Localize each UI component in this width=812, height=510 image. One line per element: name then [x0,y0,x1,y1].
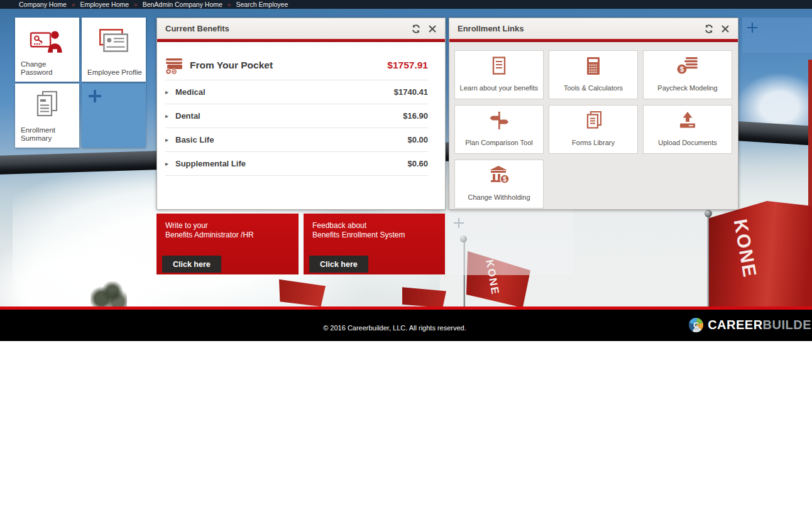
tile-label: Change Password [21,60,77,77]
panel-header: Current Benefits [157,18,445,39]
benefit-amount: $1740.41 [394,87,428,97]
link-change-withholding[interactable]: $ Change Withholding [454,160,544,209]
banner-line1: Feedback about [312,221,405,231]
refresh-icon[interactable] [703,23,714,34]
from-your-pocket-amount: $1757.91 [387,60,428,71]
tile-employee-profile[interactable]: Employee Proflie [82,18,146,82]
plus-icon [89,90,101,102]
link-label: Paycheck Modeling [655,84,720,92]
add-widget-icon[interactable] [454,218,464,228]
from-your-pocket-label: From Your Pocket [190,60,387,71]
benefit-row-basic-life[interactable]: ▸ Basic Life $0.00 [165,128,428,152]
link-learn-about-benefits[interactable]: Learn about your benefits [454,50,544,99]
link-label: Learn about your benefits [458,84,541,92]
nav-benadmin-company-home[interactable]: BenAdmin Company Home [143,1,222,8]
logo-letter: C [693,320,699,330]
banner-line2: Benefits Enrollment System [312,231,405,240]
benefit-row-dental[interactable]: ▸ Dental $16.90 [165,104,428,128]
banner-text: Write to your Benefits Administrator /HR [165,221,254,240]
panel-title: Current Benefits [165,24,405,33]
tile-label: Enrollment Summary [21,126,77,143]
link-plan-comparison-tool[interactable]: Plan Comparison Tool [454,105,544,154]
benefit-amount: $0.00 [407,135,428,144]
benefit-amount: $16.90 [403,111,428,121]
write-to-hr-click-here-button[interactable]: Click here [162,256,221,273]
expand-arrow-icon[interactable]: ▸ [165,136,175,143]
tile-add-widget[interactable] [82,84,146,148]
wordmark-builder: BUILDER [763,318,812,332]
page: KONE KONE Company Home » Employee Home »… [0,0,812,510]
widget-drop-zone [447,210,573,275]
write-to-hr-banner: Write to your Benefits Administrator /HR… [156,214,299,274]
link-label: Forms Library [569,139,617,146]
current-benefits-panel: Current Benefits [156,18,446,210]
nav-company-home[interactable]: Company Home [19,1,67,8]
benefit-name: Medical [175,87,394,97]
kone-flag: KONE [709,201,812,308]
svg-text:$: $ [680,65,684,73]
feedback-click-here-button[interactable]: Click here [309,256,368,273]
link-forms-library[interactable]: Forms Library [549,105,638,154]
banner-line1: Write to your [165,221,254,231]
breadcrumb: Company Home » Employee Home » BenAdmin … [0,0,812,9]
benefit-amount: $0.60 [407,159,428,168]
banner-line2: Benefits Administrator /HR [165,231,254,240]
document-icon [488,57,510,75]
feedback-banner: Feedback about Benefits Enrollment Syste… [304,214,445,274]
change-password-icon [15,28,79,54]
benefit-name: Basic Life [175,135,407,144]
link-upload-documents[interactable]: Upload Documents [643,105,732,154]
nav-search-employee[interactable]: Search Employee [236,1,288,8]
careerbuilder-wordmark: CAREERBUILDER [708,318,812,332]
expand-arrow-icon[interactable]: ▸ [165,112,175,119]
nav-employee-home[interactable]: Employee Home [80,1,129,8]
add-widget-icon[interactable] [747,23,757,33]
panel-title: Enrollment Links [458,24,698,33]
benefit-row-supplemental-life[interactable]: ▸ Supplemental Life $0.60 [165,152,428,176]
refresh-icon[interactable] [410,23,421,34]
breadcrumb-separator: » [228,1,231,8]
banner-text: Feedback about Benefits Enrollment Syste… [312,221,405,240]
wordmark-career: CAREER [708,318,762,332]
link-paycheck-modeling[interactable]: $ Paycheck Modeling [643,50,732,99]
panel-accent-bar [449,39,738,42]
bank-coin-icon: $ [488,166,510,185]
money-coin-icon: $ [676,57,699,75]
benefit-row-medical[interactable]: ▸ Medical $1740.41 [165,80,428,104]
tile-change-password[interactable]: Change Password [15,18,79,82]
careerbuilder-logo-mark-icon: C [689,318,703,332]
forms-icon [582,111,605,130]
breadcrumb-separator: » [134,1,138,8]
flagpole-finial [705,210,712,217]
enrollment-summary-icon [15,90,79,120]
footer: © 2016 Careerbuilder, LLC. All rights re… [0,310,812,341]
careerbuilder-logo: C CAREERBUILDER [689,318,812,332]
window-beam [736,121,812,146]
benefit-name: Dental [175,111,403,121]
tile-label: Employee Proflie [87,68,143,77]
link-tools-calculators[interactable]: Tools & Calculators [549,50,638,99]
benefit-name: Supplemental Life [175,159,407,168]
link-label: Change Withholding [465,193,532,201]
upload-icon [676,111,699,130]
panel-header: Enrollment Links [449,18,738,39]
tile-enrollment-summary[interactable]: Enrollment Summary [15,84,79,148]
from-your-pocket-row: From Your Pocket $1757.91 [165,53,428,77]
svg-text:$: $ [503,176,507,183]
benefits-list: ▸ Medical $1740.41 ▸ Dental $16.90 ▸ Bas… [165,80,428,176]
flag-text: KONE [730,217,761,279]
link-label: Plan Comparison Tool [463,139,535,146]
signpost-icon [488,111,510,130]
wallet-icon [165,57,184,75]
close-icon[interactable] [720,23,730,34]
panel-accent-bar [157,39,445,42]
link-label: Tools & Calculators [561,84,625,92]
enrollment-links-panel: Enrollment Links [449,18,738,210]
employee-profile-icon [82,28,146,55]
expand-arrow-icon[interactable]: ▸ [165,160,175,167]
calculator-icon [582,57,605,75]
breadcrumb-separator: » [72,1,75,8]
close-icon[interactable] [427,23,437,34]
link-label: Upload Documents [656,139,720,146]
expand-arrow-icon[interactable]: ▸ [165,89,175,95]
